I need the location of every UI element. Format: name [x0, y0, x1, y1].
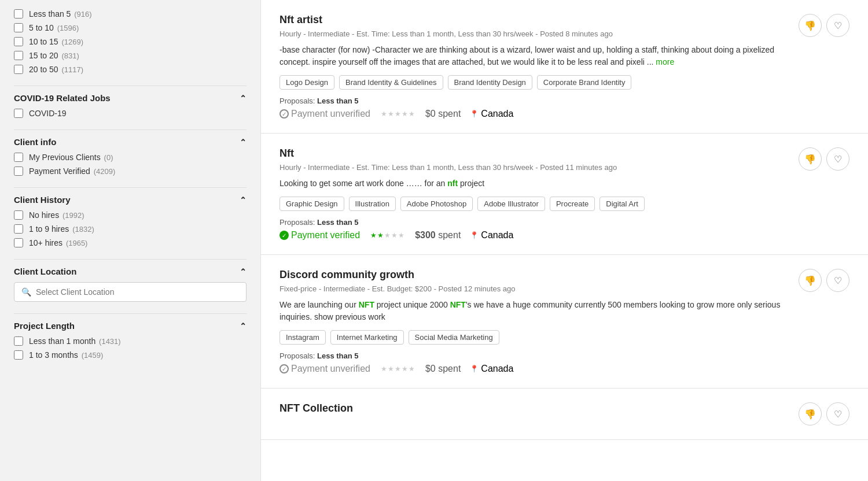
tag-adobe-photoshop[interactable]: Adobe Photoshop [400, 197, 473, 211]
checkbox-covid[interactable] [14, 109, 23, 118]
checkbox-10-plus-hires[interactable] [14, 238, 23, 247]
job-actions-4: 👎 ♡ [799, 402, 849, 426]
client-location-input[interactable] [36, 287, 239, 297]
job-card-4: NFT Collection 👎 ♡ [261, 388, 868, 440]
job-description-1: -base character (for now) -Character we … [279, 44, 799, 68]
save-button-2[interactable]: ♡ [826, 147, 849, 171]
star-2-3: ★ [384, 231, 391, 239]
tag-illustration[interactable]: Illustration [349, 197, 396, 211]
filter-label: 10 to 15 (1269) [29, 37, 83, 46]
client-history-chevron-icon[interactable]: ⌃ [240, 195, 247, 205]
job-footer-3: ✓ Payment unverified ★ ★ ★ ★ ★ $0 spent … [279, 364, 799, 374]
job-description-3: We are launching our NFT project unique … [279, 299, 799, 323]
filter-payment-verified[interactable]: Payment Verified (4209) [14, 166, 247, 176]
filter-10-plus-hires[interactable]: 10+ hires (1965) [14, 238, 247, 247]
job-title-1: Nft artist [279, 14, 799, 26]
star-1-5: ★ [409, 110, 415, 118]
checkbox-15-to-20[interactable] [14, 51, 23, 60]
filter-label: 15 to 20 (831) [29, 51, 79, 60]
client-location-header: Client Location ⌃ [14, 267, 247, 276]
job-title-nft-2: Nft [279, 147, 294, 159]
save-button-4[interactable]: ♡ [826, 402, 849, 426]
job-actions-1: 👎 ♡ [799, 14, 849, 37]
covid-section-header: COVID-19 Related Jobs ⌃ [14, 93, 247, 103]
job-tags-2: Graphic Design Illustration Adobe Photos… [279, 197, 645, 211]
filter-previous-clients[interactable]: My Previous Clients (0) [14, 153, 247, 162]
job-card-1-header: Nft artist Hourly - Intermediate - Est. … [279, 14, 849, 119]
dislike-button-2[interactable]: 👎 [799, 147, 822, 171]
job-tags-3: Instagram Internet Marketing Social Medi… [279, 330, 799, 345]
filter-less-than-1-month[interactable]: Less than 1 month (1431) [14, 336, 247, 346]
stars-3: ★ ★ ★ ★ ★ [381, 365, 415, 373]
location-text-1: Canada [481, 109, 513, 119]
checkbox-no-hires[interactable] [14, 210, 23, 220]
tag-brand-identity-guidelines[interactable]: Brand Identity & Guidelines [339, 75, 443, 90]
client-location-search[interactable]: 🔍 [14, 282, 247, 302]
spent-3: $0 spent [425, 364, 461, 374]
more-link-1[interactable]: more [656, 57, 674, 66]
location-icon-1: 📍 [470, 110, 479, 118]
filter-10-to-15[interactable]: 10 to 15 (1269) [14, 37, 247, 46]
checkbox-less-than-1-month[interactable] [14, 336, 23, 346]
tag-internet-marketing[interactable]: Internet Marketing [330, 330, 404, 345]
filter-label: 1 to 9 hires (1832) [29, 224, 94, 234]
payment-status-2: ✓ Payment verified [279, 230, 360, 240]
nft-highlight-2: nft [447, 179, 458, 188]
payment-label-3: Payment unverified [291, 364, 370, 374]
client-location-title: Client Location [14, 267, 76, 276]
dislike-button-3[interactable]: 👎 [799, 269, 822, 292]
payment-verified-icon-2: ✓ [279, 231, 289, 240]
checkbox-1-to-9-hires[interactable] [14, 224, 23, 234]
job-meta-1: Hourly - Intermediate - Est. Time: Less … [279, 29, 799, 38]
tag-instagram[interactable]: Instagram [279, 330, 326, 345]
job-card-4-title-area: NFT Collection [279, 402, 353, 418]
checkbox-20-to-50[interactable] [14, 65, 23, 74]
filter-no-hires[interactable]: No hires (1992) [14, 210, 247, 220]
save-button-3[interactable]: ♡ [826, 269, 849, 292]
checkbox-10-to-15[interactable] [14, 37, 23, 46]
job-title-4: NFT Collection [279, 402, 353, 415]
checkbox-previous-clients[interactable] [14, 153, 23, 162]
tag-digital-art[interactable]: Digital Art [599, 197, 645, 211]
client-info-chevron-icon[interactable]: ⌃ [240, 138, 247, 147]
filter-1-to-3-months[interactable]: 1 to 3 months (1459) [14, 350, 247, 360]
tag-procreate[interactable]: Procreate [550, 197, 595, 211]
client-info-section: Client info ⌃ My Previous Clients (0) Pa… [14, 137, 247, 176]
tag-graphic-design[interactable]: Graphic Design [279, 197, 344, 211]
location-icon-3: 📍 [470, 365, 479, 373]
filter-15-to-20[interactable]: 15 to 20 (831) [14, 51, 247, 60]
tag-adobe-illustrator[interactable]: Adobe Illustrator [477, 197, 545, 211]
tag-brand-identity-design[interactable]: Brand Identity Design [448, 75, 532, 90]
tag-social-media-marketing[interactable]: Social Media Marketing [409, 330, 499, 345]
checkbox-1-to-3-months[interactable] [14, 350, 23, 360]
star-1-1: ★ [381, 110, 387, 118]
dislike-button-4[interactable]: 👎 [799, 402, 822, 426]
filter-1-to-9-hires[interactable]: 1 to 9 hires (1832) [14, 224, 247, 234]
job-card-1: Nft artist Hourly - Intermediate - Est. … [261, 0, 868, 134]
dislike-button-1[interactable]: 👎 [799, 14, 822, 37]
location-text-3: Canada [481, 364, 513, 374]
sidebar: Less than 5 (916) 5 to 10 (1596) 10 to 1… [0, 0, 260, 481]
client-history-title: Client History [14, 195, 71, 205]
job-card-2-title-area: Nft Hourly - Intermediate - Est. Time: L… [279, 147, 645, 240]
filter-label: Payment Verified (4209) [29, 166, 115, 176]
job-title-nft-1: Nft [279, 14, 294, 25]
filter-20-to-50[interactable]: 20 to 50 (1117) [14, 65, 247, 74]
star-3-5: ★ [409, 365, 415, 373]
job-card-2-header: Nft Hourly - Intermediate - Est. Time: L… [279, 147, 849, 240]
checkbox-less-than-5[interactable] [14, 9, 23, 18]
filter-less-than-5[interactable]: Less than 5 (916) [14, 9, 247, 18]
covid-chevron-icon[interactable]: ⌃ [240, 94, 247, 103]
filter-label: Less than 1 month (1431) [29, 336, 121, 346]
checkbox-payment-verified[interactable] [14, 166, 23, 176]
filter-covid[interactable]: COVID-19 [14, 109, 247, 118]
save-button-1[interactable]: ♡ [826, 14, 849, 37]
tag-corporate-brand-identity[interactable]: Corporate Brand Identity [537, 75, 632, 90]
job-title-text-1: artist [297, 14, 322, 25]
project-length-chevron-icon[interactable]: ⌃ [240, 321, 247, 331]
filter-5-to-10[interactable]: 5 to 10 (1596) [14, 23, 247, 32]
star-3-4: ★ [402, 365, 408, 373]
client-location-chevron-icon[interactable]: ⌃ [240, 267, 247, 276]
checkbox-5-to-10[interactable] [14, 23, 23, 32]
tag-logo-design[interactable]: Logo Design [279, 75, 334, 90]
